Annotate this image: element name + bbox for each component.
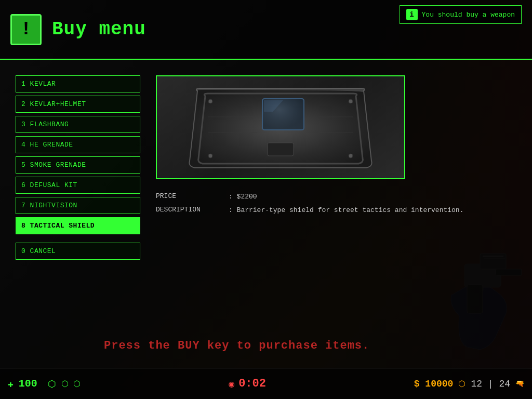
description-row: DESCRIPTION : Barrier-type shield for st… bbox=[156, 206, 516, 215]
description-value: : Barrier-type shield for street tactics… bbox=[229, 206, 463, 215]
menu-item-3[interactable]: 3 FLASHBANG bbox=[16, 116, 140, 133]
menu-panel: 1 KEVLAR2 KEVLAR+HELMET3 FLASHBANG4 HE G… bbox=[0, 60, 532, 368]
bomb-icon: ◉ bbox=[229, 378, 234, 390]
armor-icon: ⬡ bbox=[48, 378, 56, 390]
buy-menu-icon: ! bbox=[10, 14, 42, 45]
svg-rect-1 bbox=[268, 143, 294, 156]
menu-item-1[interactable]: 1 KEVLAR bbox=[16, 75, 140, 92]
page-title: Buy menu bbox=[52, 19, 146, 40]
menu-item-8[interactable]: 8 TACTICAL SHIELD bbox=[16, 217, 140, 234]
info-notification: i You should buy a weapon bbox=[400, 5, 522, 24]
item-info: PRICE : $2200 DESCRIPTION : Barrier-type… bbox=[156, 190, 516, 222]
hud-left: ✚ 100 ⬡ ⬡ ⬡ bbox=[8, 378, 81, 390]
menu-items-list: 1 KEVLAR2 KEVLAR+HELMET3 FLASHBANG4 HE G… bbox=[16, 75, 140, 357]
price-value: : $2200 bbox=[229, 192, 257, 202]
item-image bbox=[156, 75, 405, 179]
health-value: 100 bbox=[19, 378, 37, 390]
hud-money: $ 10000 bbox=[414, 379, 454, 389]
press-buy-message: Press the BUY key to purchase items. bbox=[104, 339, 480, 352]
price-row: PRICE : $2200 bbox=[156, 192, 516, 202]
health-icon: ✚ bbox=[8, 378, 14, 390]
hud-ammo: 12 | 24 bbox=[471, 379, 510, 389]
ammo-icon: ⬡ bbox=[458, 379, 466, 389]
menu-item-7[interactable]: 7 NIGHTVISION bbox=[16, 197, 140, 214]
item-detail-panel: PRICE : $2200 DESCRIPTION : Barrier-type… bbox=[156, 75, 516, 357]
hud-right: $ 10000 ⬡ 12 | 24 🔫 bbox=[414, 379, 524, 389]
svg-point-4 bbox=[208, 154, 212, 158]
description-label: DESCRIPTION bbox=[156, 206, 229, 214]
menu-item-2[interactable]: 2 KEVLAR+HELMET bbox=[16, 96, 140, 113]
menu-item-0[interactable]: 0 CANCEL bbox=[16, 243, 140, 260]
price-label: PRICE bbox=[156, 192, 229, 200]
menu-item-6[interactable]: 6 DEFUSAL KIT bbox=[16, 177, 140, 194]
hud-center: ◉ 0:02 bbox=[229, 377, 266, 390]
armor-items: ⬡ ⬡ bbox=[61, 379, 81, 389]
notification-text: You should buy a weapon bbox=[422, 11, 515, 19]
svg-point-3 bbox=[349, 99, 353, 103]
info-icon: i bbox=[406, 9, 418, 20]
svg-point-5 bbox=[349, 154, 353, 158]
menu-item-4[interactable]: 4 HE GRENADE bbox=[16, 136, 140, 153]
menu-item-5[interactable]: 5 SMOKE GRENADE bbox=[16, 156, 140, 174]
hud-timer: 0:02 bbox=[238, 377, 266, 390]
shield-svg bbox=[182, 81, 379, 174]
hud-bar: ✚ 100 ⬡ ⬡ ⬡ ◉ 0:02 $ 10000 ⬡ 12 | 24 🔫 bbox=[0, 368, 532, 399]
svg-point-2 bbox=[208, 99, 212, 103]
weapon-icon: 🔫 bbox=[515, 379, 524, 388]
